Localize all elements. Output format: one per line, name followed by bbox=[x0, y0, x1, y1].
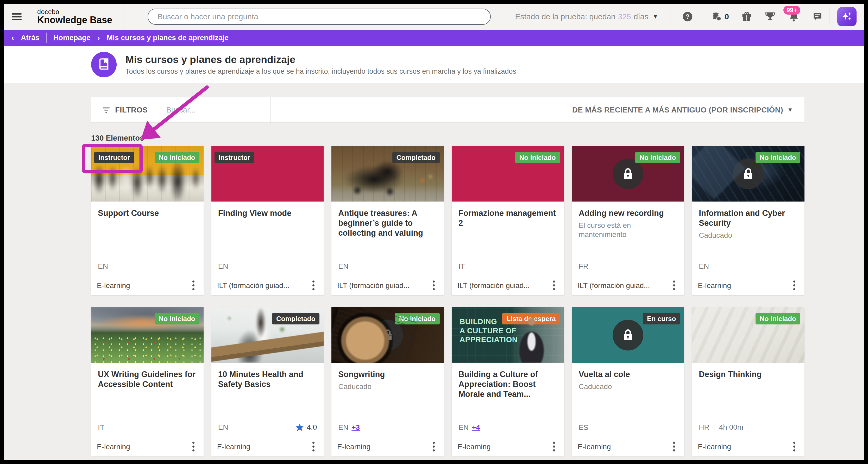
notifications-button[interactable]: 99+ bbox=[782, 4, 806, 30]
course-card[interactable]: No iniciado Songwriting Caducado EN +3 bbox=[332, 307, 444, 457]
course-card-body: Support Course EN bbox=[91, 202, 204, 276]
course-card[interactable]: Completado 10 Minutes Health and Safety … bbox=[211, 307, 324, 457]
course-title: Songwriting bbox=[338, 369, 437, 379]
course-card[interactable]: No iniciado Design Thinking HR 4h 00m bbox=[692, 307, 804, 457]
course-title: Antique treasures: A beginner’s guide to… bbox=[338, 208, 437, 238]
course-card-footer: E-learning bbox=[692, 437, 804, 457]
kebab-icon bbox=[552, 441, 556, 452]
course-card[interactable]: No iniciado Information and Cyber Securi… bbox=[692, 146, 804, 295]
divider bbox=[714, 423, 714, 432]
trophy-icon bbox=[764, 11, 776, 22]
rewards-button[interactable] bbox=[735, 4, 758, 30]
leaderboard-button[interactable] bbox=[758, 4, 782, 30]
language-group: FR bbox=[579, 262, 588, 271]
locked-overlay bbox=[613, 159, 643, 189]
course-type-label: E-learning bbox=[578, 443, 611, 451]
course-note: Caducado bbox=[579, 382, 678, 391]
course-type-label: E-learning bbox=[337, 443, 370, 451]
course-card[interactable]: Instructor No iniciado Support Course EN bbox=[91, 146, 204, 295]
hamburger-menu-button[interactable] bbox=[4, 4, 30, 30]
course-card-footer: ILT (formación guiad... bbox=[452, 276, 564, 295]
status-badge: No iniciado bbox=[155, 152, 199, 163]
course-thumbnail: No iniciado bbox=[332, 307, 444, 363]
lock-icon bbox=[621, 167, 635, 181]
course-meta-row: IT bbox=[98, 423, 197, 432]
filters-label: FILTROS bbox=[115, 106, 148, 114]
star-icon bbox=[295, 423, 304, 432]
card-menu-button[interactable] bbox=[790, 278, 799, 293]
thumbnail-caption-text: BUILDINGA CULTURE OFAPPRECIATION bbox=[460, 317, 518, 344]
course-rating: 4.0 bbox=[295, 423, 317, 432]
course-card-footer: E-learning bbox=[452, 437, 564, 457]
more-languages-link[interactable]: +3 bbox=[351, 423, 360, 432]
card-menu-button[interactable] bbox=[550, 439, 558, 455]
global-search[interactable] bbox=[148, 9, 491, 25]
top-bar-actions: Estado de la prueba: quedan 325 días ▼ ?… bbox=[503, 4, 864, 30]
course-search[interactable] bbox=[158, 97, 270, 122]
course-card-footer: E-learning bbox=[692, 276, 804, 295]
chevron-down-icon: ▼ bbox=[653, 13, 658, 20]
course-search-input[interactable] bbox=[166, 106, 264, 114]
card-menu-button[interactable] bbox=[189, 439, 198, 455]
card-menu-button[interactable] bbox=[790, 439, 799, 455]
course-card[interactable]: No iniciado Adding new recording El curs… bbox=[572, 146, 684, 295]
notifications-count-badge: 99+ bbox=[783, 6, 800, 14]
course-card[interactable]: En curso Vuelta al cole Caducado ES bbox=[572, 307, 684, 457]
application-window: docebo Knowledge Base Estado de la prueb… bbox=[4, 4, 864, 460]
card-menu-button[interactable] bbox=[670, 278, 679, 293]
course-language: EN bbox=[218, 423, 228, 431]
course-card-footer: ILT (formación guiad... bbox=[332, 276, 444, 295]
course-card[interactable]: No iniciado UX Writing Guidelines for Ac… bbox=[91, 307, 204, 457]
divider bbox=[270, 97, 271, 123]
course-type: ILT (formación guiad... bbox=[337, 281, 409, 290]
course-thumbnail: No iniciado bbox=[692, 146, 804, 202]
language-group: EN +4 bbox=[459, 423, 480, 432]
course-card[interactable]: Completado Antique treasures: A beginner… bbox=[332, 146, 444, 295]
global-search-input[interactable] bbox=[157, 12, 481, 21]
lock-icon bbox=[381, 328, 395, 342]
course-card[interactable]: No iniciado Formazione management 2 IT bbox=[452, 146, 564, 295]
card-menu-button[interactable] bbox=[670, 439, 679, 455]
chevron-left-icon: ‹ bbox=[11, 33, 14, 42]
course-card-footer: ILT (formación guiad... bbox=[211, 276, 324, 295]
course-card[interactable]: Instructor Finding View mode EN bbox=[211, 146, 324, 295]
filter-toolbar: FILTROS DE MÁS RECIENTE A MÁS ANTIGUO (P… bbox=[91, 97, 804, 122]
help-button[interactable]: ? bbox=[671, 4, 705, 30]
chevron-down-icon: ▼ bbox=[787, 106, 793, 113]
ai-assistant-button[interactable] bbox=[837, 7, 857, 26]
language-group: EN bbox=[98, 262, 108, 271]
card-menu-button[interactable] bbox=[309, 278, 318, 293]
breadcrumb-current-link[interactable]: Mis cursos y planes de aprendizaje bbox=[107, 34, 228, 42]
course-thumbnail: No iniciado bbox=[91, 307, 204, 363]
app-logo[interactable]: docebo Knowledge Base bbox=[30, 8, 123, 25]
course-type-label: E-learning bbox=[458, 443, 491, 451]
filters-button[interactable]: FILTROS bbox=[91, 97, 158, 122]
back-link[interactable]: Atrás bbox=[21, 34, 39, 42]
gamification-coins-button[interactable]: 0 bbox=[705, 4, 735, 30]
language-group: EN bbox=[699, 262, 709, 271]
breadcrumb-home-link[interactable]: Homepage bbox=[53, 34, 91, 42]
card-menu-button[interactable] bbox=[189, 278, 198, 293]
course-title: Formazione management 2 bbox=[459, 208, 557, 228]
course-card[interactable]: BUILDINGA CULTURE OFAPPRECIATION Lista d… bbox=[452, 307, 564, 457]
course-card-footer: ILT (formación guiad... bbox=[572, 276, 684, 295]
course-meta-row: EN bbox=[699, 262, 798, 271]
course-thumbnail: Instructor No iniciado bbox=[91, 146, 204, 202]
language-group: EN bbox=[338, 262, 348, 271]
card-menu-button[interactable] bbox=[309, 439, 318, 455]
trial-suffix: días bbox=[634, 12, 649, 21]
course-type: E-learning bbox=[698, 281, 731, 290]
more-languages-link[interactable]: +4 bbox=[472, 423, 480, 432]
course-title: Design Thinking bbox=[699, 369, 798, 379]
card-menu-button[interactable] bbox=[429, 439, 438, 455]
sort-dropdown[interactable]: DE MÁS RECIENTE A MÁS ANTIGUO (POR INSCR… bbox=[561, 106, 804, 114]
card-menu-button[interactable] bbox=[550, 278, 558, 293]
course-language: EN bbox=[218, 262, 228, 271]
card-menu-button[interactable] bbox=[429, 278, 438, 293]
course-meta-row: EN 4.0 bbox=[218, 423, 317, 432]
course-language: EN bbox=[338, 262, 348, 271]
course-thumbnail: No iniciado bbox=[452, 146, 564, 202]
trial-status-dropdown[interactable]: Estado de la prueba: quedan 325 días ▼ bbox=[503, 12, 670, 21]
messages-button[interactable] bbox=[806, 4, 829, 30]
items-count: 130 Elementos bbox=[91, 134, 864, 143]
